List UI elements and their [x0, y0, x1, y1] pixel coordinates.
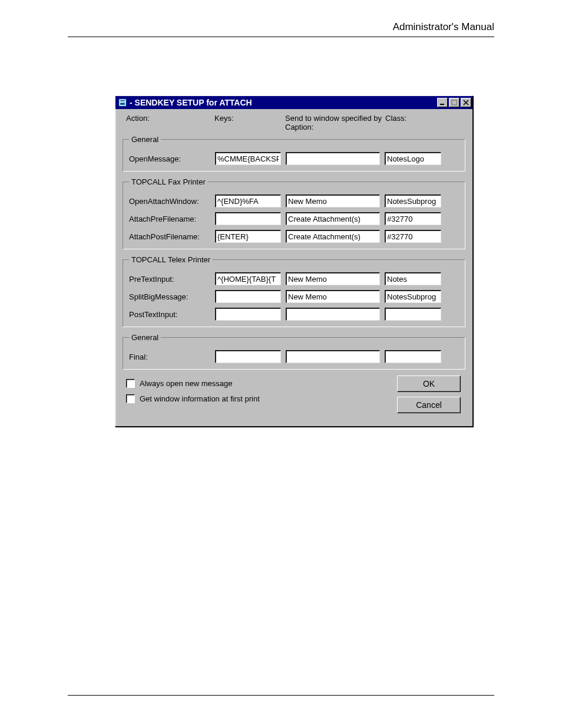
final-class[interactable] — [385, 350, 441, 363]
group-telex-printer: TOPCALL Telex Printer PreTextInput: Spli… — [123, 255, 465, 327]
page-header: Administrator's Manual — [68, 21, 494, 37]
posttextinput-keys[interactable] — [215, 308, 281, 321]
label-openmessage: OpenMessage: — [129, 154, 215, 163]
posttextinput-caption[interactable] — [286, 308, 380, 321]
group-fax-printer-legend: TOPCALL Fax Printer — [129, 177, 208, 186]
bottom-area: Always open new message Get window infor… — [126, 375, 462, 418]
posttextinput-class[interactable] — [385, 308, 441, 321]
attachprefilename-class[interactable] — [385, 212, 441, 225]
group-general-2: General Final: — [123, 333, 465, 370]
openmessage-caption[interactable] — [286, 152, 380, 165]
final-caption[interactable] — [286, 350, 380, 363]
app-icon — [118, 98, 127, 107]
label-posttextinput: PostTextInput: — [129, 310, 215, 319]
row-final: Final: — [129, 348, 459, 365]
label-pretextinput: PreTextInput: — [129, 275, 215, 284]
close-button[interactable] — [461, 98, 471, 107]
openmessage-keys[interactable] — [215, 152, 281, 165]
group-fax-printer: TOPCALL Fax Printer OpenAttachWindow: At… — [123, 177, 465, 249]
check-get-window-info[interactable]: Get window information at first print — [126, 391, 397, 406]
header-class: Class: — [385, 114, 444, 131]
pretextinput-keys[interactable] — [215, 272, 281, 285]
pretextinput-caption[interactable] — [286, 272, 380, 285]
maximize-button[interactable] — [449, 98, 459, 107]
attachprefilename-caption[interactable] — [286, 212, 380, 225]
group-general-2-legend: General — [129, 333, 161, 342]
attachprefilename-keys[interactable] — [215, 212, 281, 225]
attachpostfilename-class[interactable] — [385, 230, 441, 243]
check-always-open-box[interactable] — [126, 379, 135, 388]
header-keys: Keys: — [214, 114, 285, 131]
svg-rect-4 — [452, 100, 457, 105]
dialog-window: - SENDKEY SETUP for ATTACH Action: Keys:… — [115, 95, 473, 427]
window-title: - SENDKEY SETUP for ATTACH — [130, 98, 436, 107]
splitbigmessage-keys[interactable] — [215, 290, 281, 303]
group-general-1: General OpenMessage: — [123, 135, 465, 172]
final-keys[interactable] — [215, 350, 281, 363]
row-attachpostfilename: AttachPostFilename: — [129, 228, 459, 245]
column-headers: Action: Keys: Send to window specified b… — [126, 114, 462, 131]
row-splitbigmessage: SplitBigMessage: — [129, 288, 459, 305]
minimize-button[interactable] — [437, 98, 448, 107]
header-sendto: Send to window specified by — [285, 114, 385, 123]
svg-rect-3 — [440, 104, 444, 105]
pretextinput-class[interactable] — [385, 272, 441, 285]
cancel-button[interactable]: Cancel — [397, 397, 461, 413]
label-final: Final: — [129, 353, 215, 361]
group-telex-printer-legend: TOPCALL Telex Printer — [129, 255, 213, 264]
row-openattachwindow: OpenAttachWindow: — [129, 192, 459, 210]
ok-button[interactable]: OK — [397, 375, 461, 392]
svg-rect-2 — [120, 103, 125, 105]
row-pretextinput: PreTextInput: — [129, 270, 459, 288]
label-attachpostfilename: AttachPostFilename: — [129, 232, 215, 241]
title-bar[interactable]: - SENDKEY SETUP for ATTACH — [115, 96, 472, 109]
attachpostfilename-caption[interactable] — [286, 230, 380, 243]
splitbigmessage-caption[interactable] — [286, 290, 380, 303]
label-openattachwindow: OpenAttachWindow: — [129, 197, 215, 206]
header-caption: Caption: — [285, 123, 385, 131]
group-general-1-legend: General — [129, 135, 161, 144]
page-footer — [68, 695, 494, 696]
row-openmessage: OpenMessage: — [129, 150, 459, 167]
check-always-open-label: Always open new message — [140, 379, 233, 388]
attachpostfilename-keys[interactable] — [215, 230, 281, 243]
openattachwindow-caption[interactable] — [286, 195, 380, 207]
label-attachprefilename: AttachPreFilename: — [129, 215, 215, 223]
splitbigmessage-class[interactable] — [385, 290, 441, 303]
row-posttextinput: PostTextInput: — [129, 305, 459, 323]
header-action: Action: — [126, 114, 214, 131]
check-always-open[interactable]: Always open new message — [126, 375, 397, 391]
openattachwindow-keys[interactable] — [215, 195, 281, 207]
openattachwindow-class[interactable] — [385, 195, 441, 207]
check-get-window-info-label: Get window information at first print — [140, 394, 260, 403]
row-attachprefilename: AttachPreFilename: — [129, 210, 459, 228]
label-splitbigmessage: SplitBigMessage: — [129, 292, 215, 301]
svg-rect-1 — [120, 100, 125, 101]
page-header-text: Administrator's Manual — [393, 21, 494, 32]
check-get-window-info-box[interactable] — [126, 394, 135, 403]
openmessage-class[interactable] — [385, 152, 441, 165]
client-area: Action: Keys: Send to window specified b… — [115, 109, 472, 426]
